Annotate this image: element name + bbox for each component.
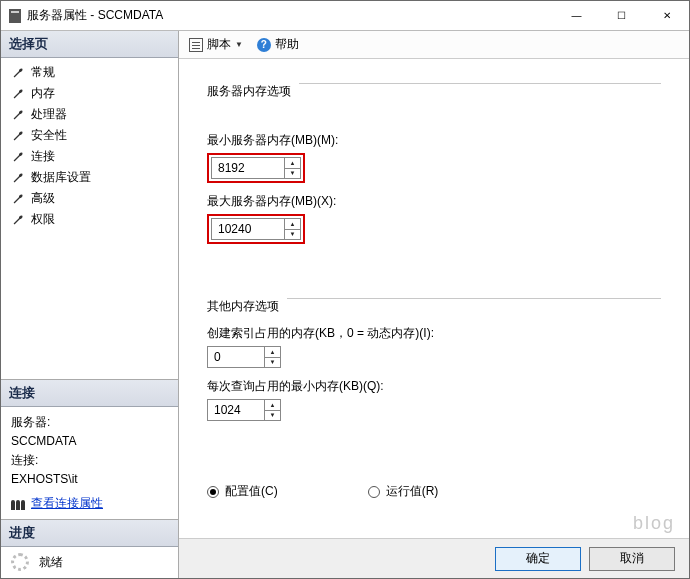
wrench-icon: [11, 129, 25, 143]
radio-icon: [368, 486, 380, 498]
spin-down-icon[interactable]: ▼: [265, 411, 280, 421]
nav-processors[interactable]: 处理器: [1, 104, 178, 125]
index-memory-input[interactable]: ▲▼: [207, 346, 281, 368]
nav-permissions[interactable]: 权限: [1, 209, 178, 230]
spin-up-icon[interactable]: ▲: [265, 400, 280, 411]
spin-down-icon[interactable]: ▼: [285, 230, 300, 240]
spin-up-icon[interactable]: ▲: [285, 219, 300, 230]
connection-header: 连接: [1, 380, 178, 407]
wrench-icon: [11, 171, 25, 185]
minimize-button[interactable]: —: [554, 1, 599, 31]
radio-configured-label: 配置值(C): [225, 483, 278, 500]
spin-up-icon[interactable]: ▲: [285, 158, 300, 169]
connection-value: EXHOSTS\it: [11, 470, 168, 489]
nav-general[interactable]: 常规: [1, 62, 178, 83]
index-memory-label: 创建索引占用的内存(KB，0 = 动态内存)(I):: [207, 325, 661, 342]
min-memory-value[interactable]: [212, 158, 284, 178]
wrench-icon: [11, 108, 25, 122]
nav-label: 权限: [31, 211, 55, 228]
ok-button[interactable]: 确定: [495, 547, 581, 571]
select-page-header: 选择页: [1, 31, 178, 58]
footer: 确定 取消: [179, 538, 689, 578]
nav-label: 安全性: [31, 127, 67, 144]
help-icon: ?: [257, 38, 271, 52]
page-nav: 常规 内存 处理器 安全性 连接: [1, 58, 178, 236]
close-button[interactable]: ✕: [644, 1, 689, 31]
connection-label: 连接:: [11, 451, 168, 470]
group-server-memory: 服务器内存选项: [207, 83, 299, 100]
nav-label: 处理器: [31, 106, 67, 123]
nav-label: 常规: [31, 64, 55, 81]
nav-connections[interactable]: 连接: [1, 146, 178, 167]
radio-running-label: 运行值(R): [386, 483, 439, 500]
dialog-window: 服务器属性 - SCCMDATA — ☐ ✕ 选择页 常规 内存 处: [0, 0, 690, 579]
index-memory-value[interactable]: [208, 347, 264, 367]
nav-label: 高级: [31, 190, 55, 207]
wrench-icon: [11, 213, 25, 227]
query-memory-input[interactable]: ▲▼: [207, 399, 281, 421]
help-button[interactable]: ? 帮助: [257, 36, 299, 53]
spin-up-icon[interactable]: ▲: [265, 347, 280, 358]
nav-label: 内存: [31, 85, 55, 102]
radio-running[interactable]: 运行值(R): [368, 483, 439, 500]
max-memory-input[interactable]: ▲▼: [211, 218, 301, 240]
nav-security[interactable]: 安全性: [1, 125, 178, 146]
toolbar: 脚本 ▼ ? 帮助: [179, 31, 689, 59]
spin-down-icon[interactable]: ▼: [285, 169, 300, 179]
help-label: 帮助: [275, 36, 299, 53]
max-memory-value[interactable]: [212, 219, 284, 239]
min-memory-label: 最小服务器内存(MB)(M):: [207, 132, 661, 149]
min-memory-input[interactable]: ▲▼: [211, 157, 301, 179]
cancel-button[interactable]: 取消: [589, 547, 675, 571]
spin-down-icon[interactable]: ▼: [265, 358, 280, 368]
progress-spinner-icon: [11, 553, 29, 571]
titlebar: 服务器属性 - SCCMDATA — ☐ ✕: [1, 1, 689, 31]
server-value: SCCMDATA: [11, 432, 168, 451]
highlight-box: ▲▼: [207, 153, 305, 183]
progress-header: 进度: [1, 520, 178, 547]
maximize-button[interactable]: ☐: [599, 1, 644, 31]
wrench-icon: [11, 150, 25, 164]
people-icon: [11, 496, 25, 510]
query-memory-label: 每次查询占用的最小内存(KB)(Q):: [207, 378, 661, 395]
highlight-box: ▲▼: [207, 214, 305, 244]
wrench-icon: [11, 66, 25, 80]
progress-status: 就绪: [39, 553, 63, 572]
wrench-icon: [11, 192, 25, 206]
radio-configured[interactable]: 配置值(C): [207, 483, 278, 500]
nav-advanced[interactable]: 高级: [1, 188, 178, 209]
nav-database-settings[interactable]: 数据库设置: [1, 167, 178, 188]
group-other-memory: 其他内存选项: [207, 298, 287, 315]
max-memory-label: 最大服务器内存(MB)(X):: [207, 193, 661, 210]
server-label: 服务器:: [11, 413, 168, 432]
view-connection-properties-link[interactable]: 查看连接属性: [31, 494, 103, 513]
query-memory-value[interactable]: [208, 400, 264, 420]
script-label: 脚本: [207, 36, 231, 53]
chevron-down-icon: ▼: [235, 40, 243, 49]
nav-label: 数据库设置: [31, 169, 91, 186]
radio-icon: [207, 486, 219, 498]
script-dropdown[interactable]: 脚本 ▼: [189, 36, 243, 53]
nav-memory[interactable]: 内存: [1, 83, 178, 104]
server-icon: [9, 9, 21, 23]
nav-label: 连接: [31, 148, 55, 165]
window-title: 服务器属性 - SCCMDATA: [27, 7, 163, 24]
content-area: 服务器内存选项 最小服务器内存(MB)(M): ▲▼ 最大服务器内存(MB)(X…: [179, 59, 689, 538]
script-icon: [189, 38, 203, 52]
wrench-icon: [11, 87, 25, 101]
sidebar: 选择页 常规 内存 处理器 安全性: [1, 31, 179, 578]
